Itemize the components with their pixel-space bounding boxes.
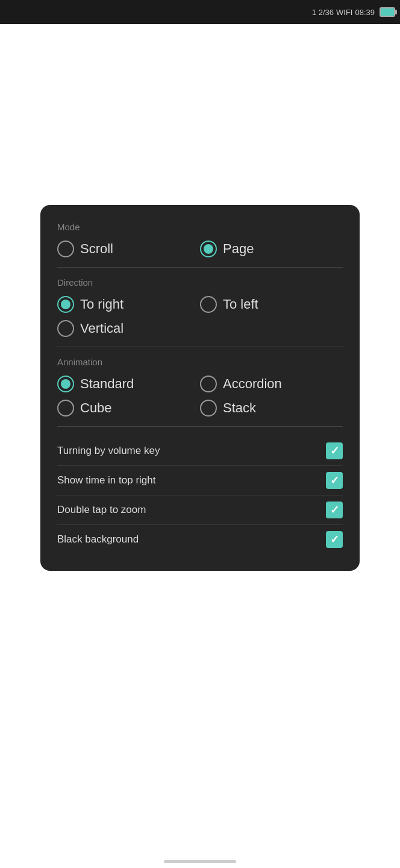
bottom-nav-bar [164, 860, 236, 863]
animation-cube-radio[interactable] [57, 400, 74, 417]
checkbox-double-tap-label: Double tap to zoom [57, 504, 146, 516]
mode-page-option[interactable]: Page [200, 241, 343, 257]
checkbox-volume-key-label: Turning by volume key [57, 445, 160, 457]
checkmark-icon: ✓ [330, 445, 339, 456]
checkbox-show-time-label: Show time in top right [57, 474, 155, 486]
divider-3 [57, 426, 343, 427]
animation-stack-option[interactable]: Stack [200, 400, 343, 417]
status-bar: 1 2/36 WIFI 08:39 [0, 0, 400, 24]
checkboxes-section: Turning by volume key ✓ Show time in top… [57, 436, 343, 554]
animation-label: Annimation [57, 357, 343, 367]
direction-left-radio[interactable] [200, 296, 217, 313]
animation-accordion-label: Accordion [223, 376, 282, 392]
checkbox-volume-key-box[interactable]: ✓ [326, 442, 343, 459]
mode-scroll-option[interactable]: Scroll [57, 241, 200, 257]
animation-row-2: Cube Stack [57, 400, 343, 417]
mode-label: Mode [57, 222, 343, 232]
direction-vertical-option[interactable]: Vertical [57, 320, 200, 337]
battery-icon [380, 7, 395, 17]
direction-vertical-label: Vertical [80, 321, 123, 336]
divider-1 [57, 267, 343, 268]
animation-standard-radio[interactable] [57, 376, 74, 392]
mode-page-radio[interactable] [200, 241, 217, 257]
checkmark-icon-3: ✓ [330, 505, 339, 515]
checkbox-black-bg-label: Black background [57, 533, 139, 546]
direction-label: Direction [57, 277, 343, 288]
status-bar-text: 1 2/36 WIFI 08:39 [312, 7, 395, 17]
animation-cube-label: Cube [80, 400, 112, 416]
animation-stack-label: Stack [223, 400, 256, 416]
animation-accordion-radio[interactable] [200, 376, 217, 392]
mode-section: Mode Scroll Page [57, 222, 343, 257]
direction-row-1: To right To left [57, 296, 343, 313]
checkbox-black-bg-box[interactable]: ✓ [326, 531, 343, 548]
mode-radio-group: Scroll Page [57, 241, 343, 257]
animation-stack-radio[interactable] [200, 400, 217, 417]
direction-radio-group: To right To left Vertical [57, 296, 343, 337]
checkbox-show-time[interactable]: Show time in top right ✓ [57, 466, 343, 495]
direction-row-2: Vertical [57, 320, 343, 337]
checkmark-icon-4: ✓ [330, 534, 339, 545]
sim-info: 1 2/36 [312, 8, 334, 17]
direction-left-label: To left [223, 297, 258, 312]
wifi-label: WIFI [336, 8, 352, 17]
animation-accordion-option[interactable]: Accordion [200, 376, 343, 392]
checkbox-show-time-box[interactable]: ✓ [326, 472, 343, 489]
direction-left-option[interactable]: To left [200, 296, 343, 313]
direction-right-label: To right [80, 297, 123, 312]
mode-radio-row: Scroll Page [57, 241, 343, 257]
settings-dialog: Mode Scroll Page Direction To right [40, 205, 360, 571]
divider-2 [57, 347, 343, 347]
checkmark-icon-2: ✓ [330, 475, 339, 486]
animation-standard-label: Standard [80, 376, 134, 392]
animation-radio-group: Standard Accordion Cube Stack [57, 376, 343, 417]
direction-vertical-radio[interactable] [57, 320, 74, 337]
direction-placeholder [200, 320, 343, 337]
animation-section: Annimation Standard Accordion Cube [57, 357, 343, 417]
animation-cube-option[interactable]: Cube [57, 400, 200, 417]
mode-scroll-label: Scroll [80, 241, 113, 257]
checkbox-double-tap-box[interactable]: ✓ [326, 502, 343, 518]
checkbox-black-bg[interactable]: Black background ✓ [57, 525, 343, 554]
animation-row-1: Standard Accordion [57, 376, 343, 392]
animation-standard-option[interactable]: Standard [57, 376, 200, 392]
mode-page-label: Page [223, 241, 254, 257]
checkbox-double-tap[interactable]: Double tap to zoom ✓ [57, 495, 343, 524]
checkbox-volume-key[interactable]: Turning by volume key ✓ [57, 436, 343, 465]
direction-section: Direction To right To left Vertical [57, 277, 343, 337]
time-display: 08:39 [355, 8, 375, 17]
direction-right-option[interactable]: To right [57, 296, 200, 313]
direction-right-radio[interactable] [57, 296, 74, 313]
mode-scroll-radio[interactable] [57, 241, 74, 257]
